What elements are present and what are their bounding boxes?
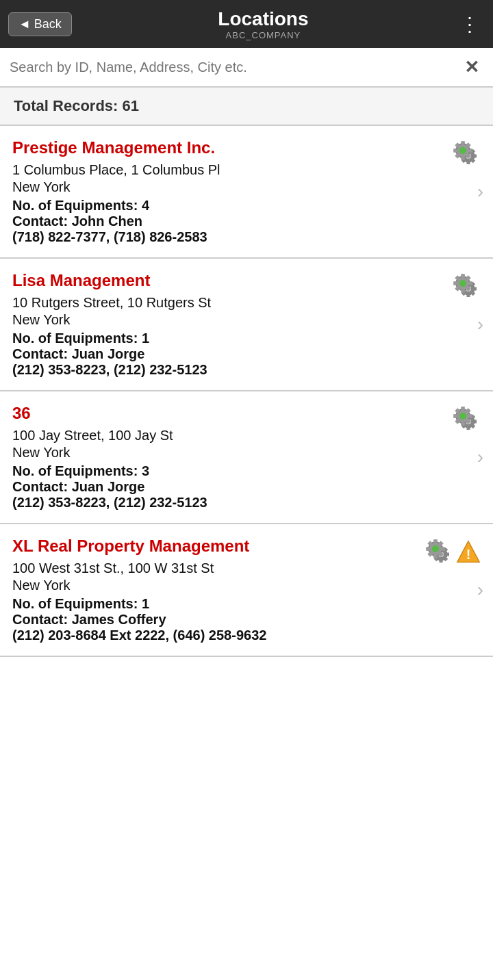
location-content: XL Real Property Management 100 West 31s… <box>12 537 423 643</box>
search-input[interactable] <box>10 60 460 75</box>
total-records-bar: Total Records: 61 <box>0 88 493 126</box>
svg-rect-32 <box>468 281 472 285</box>
search-bar: ✕ <box>0 48 493 88</box>
location-action-icons <box>440 404 481 434</box>
location-action-icons <box>440 271 481 301</box>
location-equip-count: No. of Equipments: 4 <box>12 198 412 214</box>
location-action-icons: ! <box>423 537 481 567</box>
svg-rect-42 <box>473 420 477 424</box>
search-clear-button[interactable]: ✕ <box>460 57 483 78</box>
svg-rect-62 <box>446 553 449 556</box>
location-contact: Contact: John Chen <box>12 214 412 229</box>
svg-rect-64 <box>440 559 443 563</box>
location-address: 1 Columbus Place, 1 Columbus Pl <box>12 160 412 179</box>
location-city: New York <box>12 578 396 593</box>
svg-rect-76 <box>426 547 430 551</box>
location-name: Lisa Management <box>12 271 412 290</box>
svg-rect-34 <box>461 289 465 293</box>
svg-rect-52 <box>468 414 472 418</box>
location-phone: (212) 353-8223, (212) 232-5123 <box>12 495 412 511</box>
chevron-right-icon: › <box>477 579 483 601</box>
header-center: Locations ABC_COMPANY <box>72 8 455 40</box>
location-content: Lisa Management 10 Rutgers Street, 10 Ru… <box>12 271 440 378</box>
location-city: New York <box>12 179 412 195</box>
svg-rect-72 <box>441 547 445 551</box>
icons-row <box>451 404 481 434</box>
svg-rect-54 <box>461 422 465 426</box>
location-equip-count: No. of Equipments: 1 <box>12 596 396 612</box>
svg-rect-38 <box>461 274 465 278</box>
location-address: 10 Rutgers Street, 10 Rutgers St <box>12 293 412 312</box>
location-name: 36 <box>12 404 412 423</box>
back-button[interactable]: ◄ Back <box>8 12 72 36</box>
location-action-icons <box>440 138 481 168</box>
company-name: ABC_COMPANY <box>72 30 455 40</box>
gear-icon[interactable] <box>451 138 481 168</box>
location-contact: Contact: James Coffery <box>12 612 396 628</box>
svg-rect-24 <box>467 294 470 297</box>
location-name: XL Real Property Management <box>12 537 396 556</box>
chevron-right-icon: › <box>477 446 483 468</box>
svg-rect-74 <box>433 554 438 558</box>
chevron-right-icon: › <box>477 181 483 203</box>
gear-icon[interactable] <box>451 404 481 434</box>
svg-rect-36 <box>453 281 457 285</box>
location-name: Prestige Management Inc. <box>12 138 412 157</box>
svg-rect-14 <box>461 156 465 160</box>
svg-text:!: ! <box>466 547 471 562</box>
svg-rect-56 <box>453 414 457 418</box>
icons-row <box>451 271 481 301</box>
svg-point-31 <box>459 280 466 287</box>
location-content: 36 100 Jay Street, 100 Jay St New York N… <box>12 404 440 511</box>
location-contact: Contact: Juan Jorge <box>12 346 412 362</box>
svg-rect-44 <box>467 426 470 430</box>
location-city: New York <box>12 312 412 328</box>
svg-rect-58 <box>461 407 465 411</box>
location-equip-count: No. of Equipments: 3 <box>12 463 412 479</box>
svg-rect-16 <box>453 149 457 153</box>
location-city: New York <box>12 445 412 461</box>
svg-point-71 <box>432 545 439 552</box>
svg-rect-12 <box>468 149 472 153</box>
location-phone: (212) 203-8684 Ext 2222, (646) 258-9632 <box>12 628 396 643</box>
total-records-text: Total Records: 61 <box>14 97 139 114</box>
page-title: Locations <box>72 8 455 30</box>
location-phone: (212) 353-8223, (212) 232-5123 <box>12 362 412 378</box>
svg-rect-4 <box>467 161 470 164</box>
gear-icon[interactable] <box>451 271 481 301</box>
location-phone: (718) 822-7377, (718) 826-2583 <box>12 229 412 245</box>
svg-point-11 <box>459 147 466 154</box>
list-item[interactable]: XL Real Property Management 100 West 31s… <box>0 524 493 657</box>
location-equip-count: No. of Equipments: 1 <box>12 331 412 346</box>
location-address: 100 Jay Street, 100 Jay St <box>12 426 412 445</box>
menu-icon[interactable]: ⋮ <box>455 13 485 36</box>
location-contact: Contact: Juan Jorge <box>12 479 412 495</box>
gear-icon[interactable] <box>423 537 453 567</box>
list-item[interactable]: 36 100 Jay Street, 100 Jay St New York N… <box>0 391 493 524</box>
svg-rect-2 <box>473 155 477 158</box>
list-item[interactable]: Prestige Management Inc. 1 Columbus Plac… <box>0 126 493 259</box>
list-item[interactable]: Lisa Management 10 Rutgers Street, 10 Ru… <box>0 259 493 391</box>
location-address: 100 West 31st St., 100 W 31st St <box>12 558 396 578</box>
icons-row: ! <box>423 537 481 567</box>
warning-icon: ! <box>456 539 481 564</box>
app-header: ◄ Back Locations ABC_COMPANY ⋮ <box>0 0 493 48</box>
location-content: Prestige Management Inc. 1 Columbus Plac… <box>12 138 440 245</box>
svg-rect-18 <box>461 141 465 145</box>
svg-point-51 <box>459 413 466 420</box>
icons-row <box>451 138 481 168</box>
location-list: Prestige Management Inc. 1 Columbus Plac… <box>0 126 493 657</box>
svg-rect-22 <box>473 287 477 291</box>
chevron-right-icon: › <box>477 313 483 335</box>
svg-rect-78 <box>433 539 438 543</box>
